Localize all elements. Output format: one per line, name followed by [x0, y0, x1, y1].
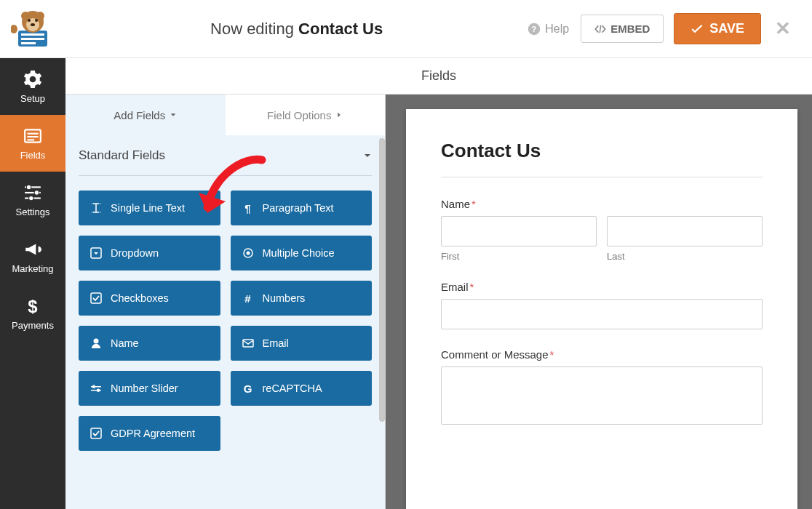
nav-label: Marketing [12, 263, 53, 274]
nav-label: Payments [12, 320, 54, 331]
slider-icon [90, 382, 102, 394]
nav-settings[interactable]: Settings [0, 172, 65, 228]
svg-point-27 [246, 252, 250, 255]
svg-rect-30 [243, 340, 253, 347]
required-marker: * [471, 198, 476, 210]
svg-rect-15 [27, 132, 38, 134]
nav-fields[interactable]: Fields [0, 115, 65, 172]
field-label: Single Line Text [111, 202, 185, 214]
code-icon [594, 24, 606, 34]
panel-tabs: Add Fields Field Options [65, 95, 385, 135]
svg-rect-35 [91, 428, 101, 438]
field-gdpr-agreement[interactable]: GDPR Agreement [79, 416, 220, 451]
help-label: Help [545, 23, 569, 36]
bullhorn-icon [23, 240, 42, 259]
form-title: Contact Us [441, 140, 763, 162]
tab-label: Field Options [267, 109, 331, 121]
embed-label: EMBED [610, 23, 650, 35]
divider [441, 177, 763, 177]
svg-text:$: $ [28, 297, 37, 316]
field-label: Name [111, 337, 139, 349]
field-label: GDPR Agreement [111, 428, 195, 439]
field-label: Number Slider [111, 382, 178, 394]
field-paragraph-text[interactable]: ¶ Paragraph Text [231, 191, 373, 225]
caret-square-icon [90, 247, 102, 259]
help-icon: ? [528, 23, 541, 36]
help-link[interactable]: ? Help [528, 23, 569, 36]
comment-label: Comment or Message* [441, 348, 763, 361]
email-label: Email* [441, 281, 763, 293]
envelope-icon [242, 337, 254, 349]
check-square-icon [90, 428, 102, 439]
field-row-name[interactable]: Name* First Last [441, 198, 763, 262]
nav-payments[interactable]: $ Payments [0, 285, 65, 342]
required-marker: * [550, 348, 554, 361]
svg-point-34 [97, 389, 100, 392]
nav-setup[interactable]: Setup [0, 58, 65, 115]
chevron-right-icon [335, 111, 343, 119]
svg-point-8 [28, 19, 31, 22]
sliders-icon [23, 183, 42, 202]
field-dropdown[interactable]: Dropdown [79, 236, 220, 270]
gear-icon [23, 70, 42, 89]
field-label: Paragraph Text [263, 202, 334, 214]
close-button[interactable]: ✕ [768, 17, 797, 40]
svg-point-22 [34, 190, 39, 195]
text-cursor-icon [90, 202, 102, 214]
field-label: reCAPTCHA [263, 382, 322, 394]
nav-label: Settings [16, 207, 50, 217]
svg-rect-16 [27, 136, 38, 137]
field-row-email[interactable]: Email* [441, 281, 763, 329]
check-icon [690, 24, 704, 34]
svg-rect-1 [21, 33, 44, 36]
left-nav: Setup Fields Settings Marketing $ Paymen… [0, 58, 65, 509]
tab-label: Add Fields [114, 109, 165, 121]
form-preview: Contact Us Name* First Last Email* [406, 109, 797, 509]
first-name-input[interactable] [441, 216, 597, 247]
editing-title: Now editing Contact Us [65, 20, 528, 39]
field-single-line-text[interactable]: Single Line Text [79, 191, 220, 225]
tab-field-options[interactable]: Field Options [226, 95, 386, 135]
last-name-input[interactable] [607, 216, 763, 247]
last-sublabel: Last [607, 251, 763, 262]
svg-point-9 [35, 19, 38, 22]
field-recaptcha[interactable]: G reCAPTCHA [231, 371, 373, 406]
email-input[interactable] [441, 299, 763, 329]
save-label: SAVE [709, 21, 744, 36]
hash-icon: # [242, 292, 254, 304]
nav-label: Setup [20, 93, 45, 104]
section-standard-fields[interactable]: Standard Fields [79, 135, 372, 176]
field-label: Email [263, 337, 289, 349]
svg-point-11 [11, 25, 17, 33]
panel-header: Fields [65, 58, 812, 95]
main-area: Fields Add Fields Field Options Standard… [65, 58, 812, 509]
field-email[interactable]: Email [231, 326, 373, 361]
comment-textarea[interactable] [441, 366, 763, 425]
form-name: Contact Us [298, 20, 383, 38]
panel-scrollbar[interactable] [379, 138, 385, 422]
app-logo [0, 0, 65, 58]
first-sublabel: First [441, 251, 597, 262]
nav-label: Fields [20, 150, 46, 161]
field-row-comment[interactable]: Comment or Message* [441, 348, 763, 428]
chevron-down-icon [170, 111, 177, 119]
chevron-down-icon [363, 151, 372, 160]
svg-rect-3 [21, 42, 36, 44]
field-name[interactable]: Name [79, 326, 220, 361]
tab-add-fields[interactable]: Add Fields [65, 95, 226, 135]
field-label: Dropdown [111, 247, 159, 259]
embed-button[interactable]: EMBED [581, 15, 664, 43]
top-bar: Now editing Contact Us ? Help EMBED SAVE… [0, 0, 812, 58]
save-button[interactable]: SAVE [674, 13, 761, 44]
name-label: Name* [441, 198, 763, 210]
list-icon [23, 127, 42, 145]
svg-point-23 [29, 196, 34, 201]
field-checkboxes[interactable]: Checkboxes [79, 281, 220, 316]
panel-header-title: Fields [421, 68, 456, 84]
field-label: Checkboxes [111, 292, 169, 304]
field-numbers[interactable]: # Numbers [231, 281, 373, 316]
field-label: Multiple Choice [263, 247, 335, 259]
nav-marketing[interactable]: Marketing [0, 228, 65, 285]
field-number-slider[interactable]: Number Slider [79, 371, 220, 406]
field-multiple-choice[interactable]: Multiple Choice [231, 236, 373, 270]
